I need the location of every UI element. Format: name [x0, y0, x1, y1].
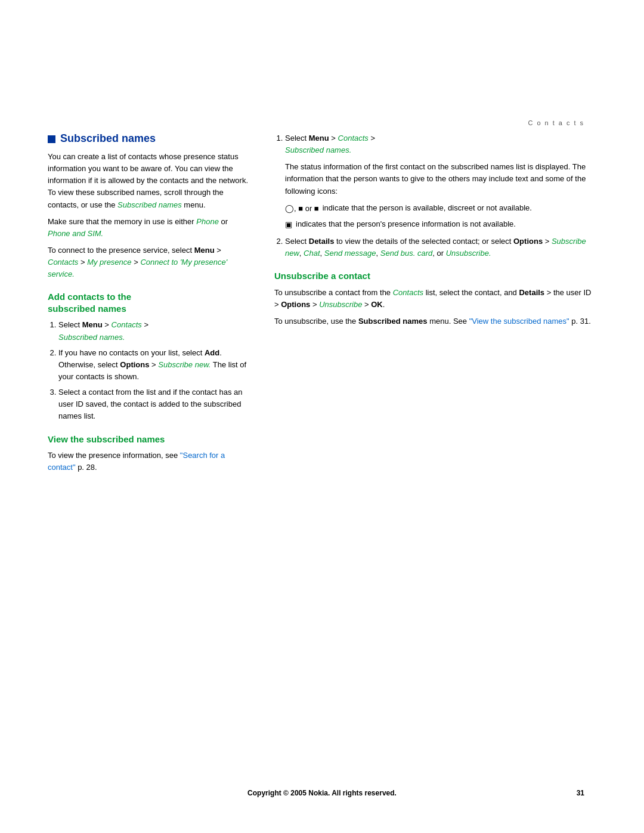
blue-square-icon — [48, 135, 55, 143]
intro-para-3: To connect to the presence service, sele… — [48, 244, 250, 280]
contacts-link-4[interactable]: Contacts — [393, 288, 423, 297]
available-icons: ◯, ■ or ■ — [285, 203, 319, 215]
unavailable-icon: ▣ — [285, 219, 292, 231]
my-presence-link[interactable]: My presence — [87, 258, 131, 267]
view-subscribed-title: View the subscribed names — [48, 434, 165, 444]
details-bold-2: Details — [519, 288, 544, 297]
subscribed-names-title: Subscribed names — [60, 132, 156, 145]
right-steps: Select Menu > Contacts > Subscribed name… — [274, 132, 596, 259]
send-bus-card-link[interactable]: Send bus. card — [380, 249, 432, 258]
available-icons-desc: indicate that the person is available, d… — [323, 202, 532, 214]
ok-bold: OK — [371, 300, 383, 309]
options-bold-2: Options — [513, 237, 543, 246]
add-contacts-title-line2: subscribed names — [48, 304, 126, 314]
unsubscribe-title: Unsubscribe a contact — [274, 271, 370, 281]
unsubscribe-para-1: To unsubscribe a contact from the Contac… — [274, 287, 596, 311]
left-column: Subscribed names You can create a list o… — [48, 132, 250, 478]
content-area: Subscribed names You can create a list o… — [0, 132, 644, 478]
right-step-1-desc: The status information of the first cont… — [285, 161, 596, 197]
add-contacts-subsection-title: Add contacts to the subscribed names — [48, 291, 250, 314]
right-column: Select Menu > Contacts > Subscribed name… — [274, 132, 596, 478]
icon-row-2: ▣ indicates that the person's presence i… — [285, 218, 596, 231]
page: C o n t a c t s Subscribed names You can… — [0, 0, 644, 833]
chat-link[interactable]: Chat — [304, 249, 320, 258]
unsubscribe-subsection-title: Unsubscribe a contact — [274, 270, 596, 282]
menu-bold-3: Menu — [309, 134, 329, 143]
unsubscribe-link-1[interactable]: Unsubscribe. — [446, 249, 491, 258]
section-label: C o n t a c t s — [528, 119, 584, 126]
menu-bold-2: Menu — [82, 320, 103, 329]
contacts-link-3[interactable]: Contacts — [338, 134, 369, 143]
subscribed-names-link[interactable]: Subscribed names — [117, 200, 182, 209]
phone-link[interactable]: Phone — [196, 217, 219, 226]
search-contact-link[interactable]: "Search for a contact" — [48, 451, 225, 472]
add-step-1: Select Menu > Contacts > Subscribed name… — [58, 319, 250, 343]
unsubscribe-para-2: To unsubscribe, use the Subscribed names… — [274, 315, 596, 327]
phone-sim-link[interactable]: Phone and SIM. — [48, 229, 103, 238]
view-subscribed-para: To view the presence information, see "S… — [48, 450, 250, 473]
options-bold-1: Options — [120, 360, 149, 369]
intro-para-1: You can create a list of contacts whose … — [48, 151, 250, 211]
contacts-link-1[interactable]: Contacts — [48, 258, 78, 267]
add-bold: Add — [205, 348, 219, 357]
footer-copyright: Copyright © 2005 Nokia. All rights reser… — [247, 789, 397, 797]
menu-bold-1: Menu — [194, 246, 215, 255]
view-subscribed-link[interactable]: "View the subscribed names" — [469, 317, 569, 326]
subscribed-names-bold: Subscribed names — [358, 317, 428, 326]
right-step-1: Select Menu > Contacts > Subscribed name… — [285, 132, 596, 231]
add-contacts-steps: Select Menu > Contacts > Subscribed name… — [48, 319, 250, 422]
page-header: C o n t a c t s — [0, 0, 644, 132]
unsubscribe-link-2[interactable]: Unsubscribe — [319, 300, 362, 309]
details-bold: Details — [309, 237, 335, 246]
right-step-2: Select Details to view the details of th… — [285, 236, 596, 259]
subscribed-names-section-title: Subscribed names — [48, 132, 250, 145]
add-step-3: Select a contact from the list and if th… — [58, 386, 250, 422]
send-message-link[interactable]: Send message — [324, 249, 376, 258]
contacts-link-2[interactable]: Contacts — [112, 320, 142, 329]
add-contacts-title-line1: Add contacts to the — [48, 292, 131, 302]
options-bold-3: Options — [281, 300, 310, 309]
intro-para-2: Make sure that the memory in use is eith… — [48, 216, 250, 240]
view-subscribed-subsection-title: View the subscribed names — [48, 433, 250, 445]
subscribed-names-link-3[interactable]: Subscribed names. — [285, 145, 351, 154]
subscribe-new-link-1[interactable]: Subscribe new. — [158, 360, 210, 369]
subscribed-names-link-2[interactable]: Subscribed names. — [58, 333, 125, 342]
add-step-2: If you have no contacts on your list, se… — [58, 347, 250, 383]
icon-row-1: ◯, ■ or ■ indicate that the person is av… — [285, 202, 596, 215]
footer-page-number: 31 — [577, 789, 584, 797]
unavailable-icon-desc: indicates that the person's presence inf… — [296, 218, 516, 230]
